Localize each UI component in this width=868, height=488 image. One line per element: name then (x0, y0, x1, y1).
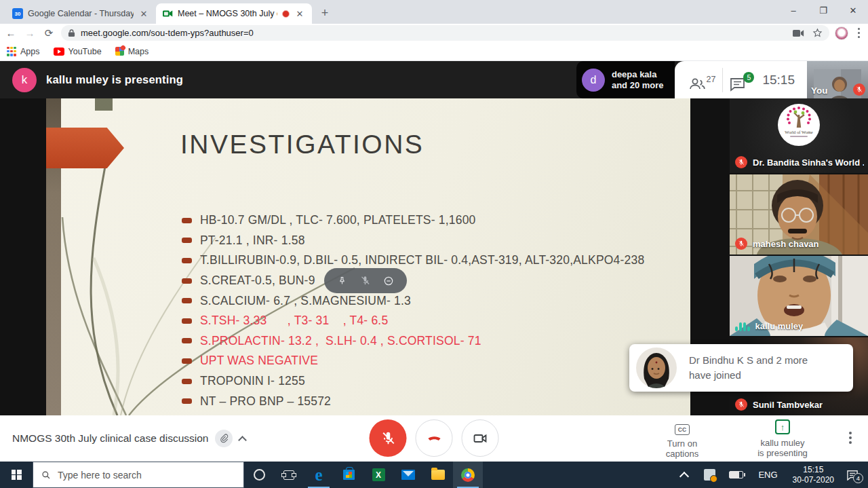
slide-bullet: T.BILLIRUBIN-0.9, D.BIL- 0.5, INDIRECT B… (182, 250, 644, 271)
attachments-icon[interactable] (215, 430, 233, 447)
task-view-button[interactable] (274, 462, 304, 488)
joined-participant-photo (636, 348, 677, 388)
excel-button[interactable]: X (363, 462, 393, 488)
browser-toolbar: ← → ⟳ meet.google.com/sou-tdem-yps?authu… (0, 24, 868, 42)
present-screen-icon: ↑ (775, 419, 790, 434)
start-button[interactable] (0, 462, 33, 488)
tile-kallu-muley[interactable]: kallu muley (730, 256, 868, 336)
bullet-marker (182, 358, 192, 364)
taskbar-search-input[interactable]: Type here to search (33, 462, 244, 488)
logo-subcaption (790, 136, 808, 137)
pin-icon[interactable] (337, 276, 347, 286)
url-text[interactable]: meet.google.com/sou-tdem-yps?authuser=0 (81, 28, 787, 38)
self-view-tile[interactable]: You (807, 61, 868, 98)
bullet-marker (182, 238, 192, 243)
bookmark-star-icon[interactable] (812, 28, 823, 38)
store-button[interactable] (334, 462, 363, 488)
mail-button[interactable] (393, 462, 423, 488)
profile-avatar[interactable] (835, 26, 848, 40)
meeting-title[interactable]: NMOGS 30th July clinical case discussion (12, 432, 208, 445)
slide-title: INVESTIGATIONS (180, 130, 424, 159)
slide-bullet: UPT WAS NEGATIVE (182, 351, 644, 371)
system-tray: ENG 15:15 30-07-2020 4 (671, 462, 868, 488)
remove-icon[interactable] (383, 276, 394, 286)
tab-google-calendar[interactable]: 30 Google Calendar - Thursday, 30 ✕ (5, 3, 156, 24)
windows-taskbar: Type here to search e X ENG 15:15 30-07-… (0, 462, 868, 488)
bookmark-youtube[interactable]: YouTube (54, 47, 102, 56)
cortana-button[interactable] (244, 462, 274, 488)
battery-icon[interactable] (729, 471, 743, 478)
browser-menu-icon[interactable] (854, 28, 865, 39)
leave-call-button[interactable] (416, 419, 453, 457)
tile-mahesh-chavan[interactable]: mahesh chavan (730, 174, 868, 255)
participant-count: 27 (707, 75, 716, 84)
slide-bullet: S.CREAT-0.5, BUN-9 (182, 271, 644, 291)
tile-dr-bandita[interactable]: World of Wome Dr. Bandita Sinha's World … (730, 98, 868, 173)
youtube-icon (54, 48, 64, 56)
tab-google-meet[interactable]: Meet – NMOGS 30th July clin ✕ (156, 3, 312, 24)
meeting-details-chevron-icon[interactable] (239, 436, 248, 445)
search-icon (41, 470, 51, 480)
minimize-button[interactable]: – (778, 0, 808, 20)
participants-pill-text: deepa kala and 20 more (612, 69, 664, 91)
captions-label: Turn on captions (650, 438, 715, 459)
bookmark-maps[interactable]: Maps (115, 47, 149, 56)
tray-app-notification-icon[interactable] (704, 469, 715, 481)
close-button[interactable]: ✕ (838, 0, 868, 20)
maps-icon (115, 47, 124, 56)
bullet-marker (182, 338, 192, 343)
language-indicator[interactable]: ENG (758, 470, 777, 480)
cortana-icon (254, 469, 265, 481)
presenting-status-line1: kallu muley (751, 438, 814, 448)
restore-button[interactable]: ❐ (808, 0, 838, 20)
google-calendar-icon: 30 (12, 8, 23, 19)
mute-icon[interactable] (360, 276, 370, 286)
presenter-avatar: k (12, 68, 37, 92)
hidden-icons-chevron-icon[interactable] (679, 471, 689, 481)
file-explorer-icon (431, 470, 445, 480)
camera-button[interactable] (462, 419, 499, 457)
edge-icon: e (315, 466, 322, 483)
bullet-marker (182, 278, 192, 284)
tab-title: Google Calendar - Thursday, 30 (28, 9, 134, 18)
presenting-status-button[interactable]: ↑ kallu muley is presenting (751, 419, 814, 458)
chat-unread-badge: 5 (743, 72, 754, 83)
camera-in-use-icon[interactable] (793, 29, 804, 37)
edge-button[interactable]: e (304, 462, 334, 488)
slide-bullet: HB-10.7 GM/DL , TLC- 7.600, PLATELETS- 1… (182, 210, 644, 231)
participant-avatar: d (582, 69, 605, 92)
excel-icon: X (372, 468, 385, 481)
new-tab-button[interactable]: + (316, 4, 334, 22)
bookmarks-bar: Apps YouTube Maps (0, 42, 868, 61)
file-explorer-button[interactable] (423, 462, 453, 488)
reload-icon[interactable]: ⟳ (42, 26, 56, 40)
participant-name: mahesh chavan (753, 239, 819, 249)
screen: 30 Google Calendar - Thursday, 30 ✕ Meet… (0, 0, 868, 488)
meeting-clock: 15:15 (753, 73, 800, 88)
participants-button[interactable]: 27 (682, 69, 723, 91)
logo-caption: World of Wome (785, 130, 812, 134)
captions-button[interactable]: CC Turn on captions (650, 423, 715, 459)
taskbar-clock[interactable]: 15:15 30-07-2020 (793, 465, 834, 485)
mute-microphone-button[interactable] (370, 419, 407, 457)
mic-muted-icon (735, 398, 747, 411)
participants-pill[interactable]: d deepa kala and 20 more (576, 61, 675, 98)
action-center-button[interactable]: 4 (846, 470, 859, 481)
close-tab-icon[interactable]: ✕ (294, 8, 305, 19)
participant-name: Dr. Bandita Sinha's World ... (753, 157, 864, 168)
bullet-marker (182, 379, 192, 384)
chrome-button[interactable] (453, 462, 483, 488)
people-icon (688, 76, 706, 91)
bullet-marker (182, 398, 192, 404)
back-icon[interactable]: ← (4, 26, 18, 40)
chat-button[interactable]: 5 (722, 68, 753, 92)
join-toast-text: Dr Bindhu K S and 2 more have joined (689, 353, 808, 383)
slide-bullet: S.PROLACTIN- 13.2 , S.LH- 0.4 , S.CORTIS… (182, 331, 644, 352)
meet-more-options-icon[interactable] (849, 432, 852, 444)
slide-bullet: PT-21.1 , INR- 1.58 (182, 231, 644, 251)
meet-header: k kallu muley is presenting d deepa kala… (0, 61, 868, 98)
close-tab-icon[interactable]: ✕ (138, 8, 149, 19)
forward-icon[interactable]: → (23, 26, 37, 40)
address-bar[interactable]: meet.google.com/sou-tdem-yps?authuser=0 (61, 25, 829, 41)
bookmark-apps[interactable]: Apps (7, 47, 40, 56)
